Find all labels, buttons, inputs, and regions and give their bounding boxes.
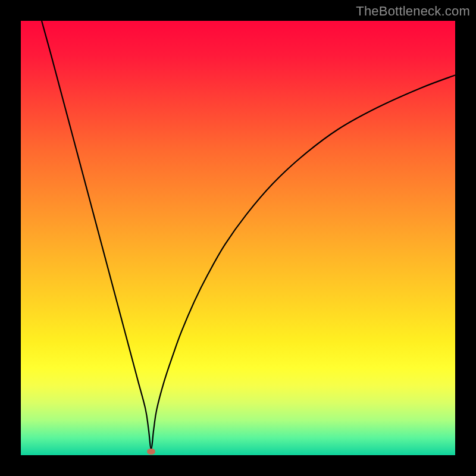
chart-frame: TheBottleneck.com (0, 0, 476, 476)
bottleneck-curve (21, 21, 455, 455)
watermark-text: TheBottleneck.com (356, 4, 470, 19)
plot-area (21, 21, 455, 455)
curve-path (42, 21, 455, 449)
curve-minimum-marker (147, 449, 155, 455)
